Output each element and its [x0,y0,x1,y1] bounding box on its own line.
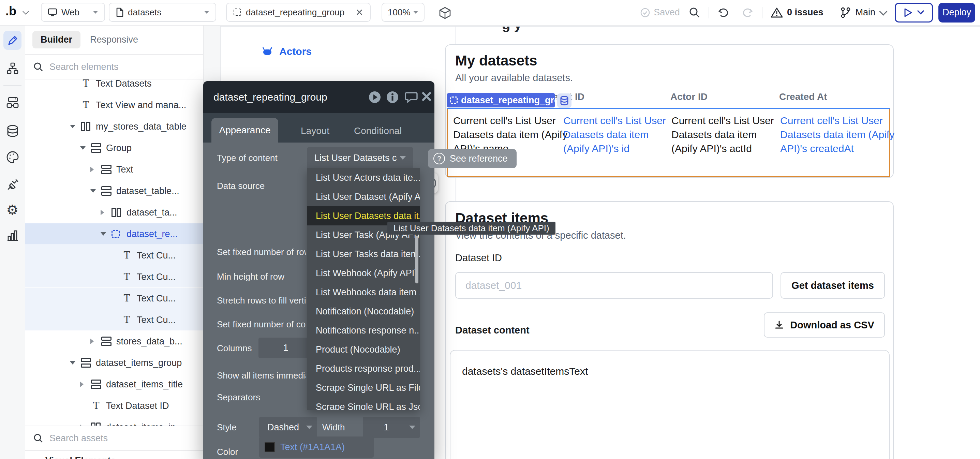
left-icon-rail: ⚙ [0,25,25,459]
dropdown-option[interactable]: Scrape Single URL as Jso... [307,397,420,410]
preview-play-icon[interactable] [368,91,381,104]
deploy-button[interactable]: Deploy [939,3,975,22]
table-cell[interactable]: Current cell's List User Datasets data i… [780,113,903,156]
settings-gear-icon[interactable]: ⚙ [0,203,25,217]
info-icon[interactable] [386,91,399,104]
tree-item[interactable]: Text [25,159,203,180]
logs-chart-icon[interactable] [0,229,25,242]
see-reference-button[interactable]: ? See reference [428,149,517,168]
caret-down-icon[interactable] [70,361,75,365]
close-icon[interactable] [421,91,434,104]
search-icon[interactable] [689,7,700,18]
table-cell[interactable]: Current cell's List User Datasets data i… [563,113,671,156]
tree-item[interactable]: stores_data_b... [25,331,203,352]
tree-item[interactable]: TText Cu... [25,309,203,330]
tab-responsive[interactable]: Responsive [90,34,138,45]
tree-item[interactable]: TText Dataset ID [25,395,203,416]
tree-item[interactable]: my_stores_data_table [25,116,203,137]
page-select[interactable]: datasets [109,3,216,22]
workflow-blocks-icon[interactable] [0,96,25,110]
tree-item[interactable]: dataset_items_title [25,374,203,395]
platform-select[interactable]: Web [41,3,105,22]
table-cell[interactable]: Current cell's List User Datasets data i… [671,113,775,156]
data-source-chip[interactable] [557,94,571,108]
text-icon: T [122,251,132,260]
dropdown-option[interactable]: List User Actors data ite... [307,168,420,187]
close-icon[interactable] [356,8,363,16]
table-header[interactable]: Actor ID [670,91,708,102]
caret-down-icon[interactable] [100,232,106,236]
visual-elements-section[interactable]: Visual Elements [25,450,203,459]
dropdown-option[interactable]: List User Tasks data item... [307,244,420,264]
get-dataset-items-button[interactable]: Get dataset items [781,272,885,299]
preview-button[interactable] [895,3,933,22]
dropdown-option[interactable]: Product (Nocodable) [307,340,420,359]
tab-builder[interactable]: Builder [32,31,81,48]
caret-down-icon[interactable] [70,125,75,128]
tab-appearance[interactable]: Appearance [212,118,278,143]
bubble-logo[interactable]: .b [5,4,16,18]
tree-item-label: dataset_table... [116,186,179,196]
search-assets-input[interactable] [49,433,173,444]
table-header[interactable]: Created At [779,91,827,102]
caret-right-icon[interactable] [91,339,94,344]
element-tab[interactable]: dataset_repeating_group [226,3,371,22]
issues-indicator[interactable]: 0 issues [771,7,824,18]
type-of-content-select[interactable]: List User Datasets c [307,147,413,169]
dropdown-option[interactable]: Notifications response n... [307,321,420,340]
separator-style-select[interactable]: Dashed [259,417,317,438]
tree-item[interactable]: TText Datasets [25,80,203,94]
dropdown-option[interactable]: Scrape Single URL as File ... [307,378,420,397]
caret-right-icon[interactable] [100,210,104,215]
dropdown-option[interactable]: List Webhooks data item ... [307,283,420,302]
download-csv-button[interactable]: Download as CSV [764,312,885,338]
comment-icon[interactable] [404,91,417,104]
plugins-plug-icon[interactable] [0,178,25,192]
dropdown-option[interactable]: Products response prod... [307,359,420,378]
repeating-group-icon [450,97,458,104]
package-cube-icon[interactable] [439,7,451,19]
caret-right-icon[interactable] [91,167,94,172]
logo-chevron-icon[interactable] [22,10,27,15]
tree-item[interactable]: TText Cu... [25,245,203,266]
tree-item[interactable]: dataset_items_in... [25,417,203,426]
undo-icon[interactable] [718,7,730,18]
search-elements-input[interactable] [49,61,173,73]
type-of-content-label: Type of content [217,153,306,163]
tree-item[interactable]: TText View and mana... [25,94,203,116]
sitemap-icon[interactable] [0,62,25,75]
tree-item[interactable]: TText Cu... [25,266,203,287]
dropdown-option[interactable]: Notification (Nocodable) [307,302,420,321]
dropdown-option[interactable]: List Webhook (Apify API) [307,264,420,283]
tree-item[interactable]: TText Cu... [25,288,203,309]
separator-width-select[interactable]: 1 [363,417,420,438]
data-database-icon[interactable] [0,124,25,139]
page-icon [116,8,124,17]
dataset-content-box[interactable]: datasets's datasetItemsText [450,350,889,459]
redo-icon[interactable] [741,7,754,18]
separator-color-field[interactable]: Text (#1A1A1A) [259,437,374,457]
actors-label: Actors [279,46,312,57]
caret-down-icon[interactable] [80,146,86,150]
chevron-down-icon [94,11,98,13]
canvas-actors-nav-item[interactable]: Actors [261,46,312,57]
tree-item[interactable]: dataset_items_group [25,352,203,373]
tree-item[interactable]: dataset_re... [25,223,203,244]
dropdown-scrollbar[interactable] [415,236,418,284]
styles-palette-icon[interactable] [0,150,25,164]
tree-item[interactable]: Group [25,137,203,159]
tree-item[interactable]: dataset_table... [25,180,203,202]
branch-select[interactable]: Main [840,7,885,18]
selection-badge[interactable]: dataset_repeating_group [447,93,555,107]
dropdown-option[interactable]: List User Dataset (Apify A... [307,187,420,206]
tab-conditional[interactable]: Conditional [354,126,402,136]
tab-layout[interactable]: Layout [301,126,329,136]
group-icon [101,186,111,196]
tree-item[interactable]: dataset_ta... [25,202,203,223]
design-pencil-icon[interactable] [0,34,25,47]
caret-down-icon[interactable] [91,189,96,193]
app-window: Actors g y My datasets All your availabl… [0,0,980,459]
zoom-select[interactable]: 100% [382,3,425,22]
caret-right-icon[interactable] [80,382,84,387]
dataset-id-input[interactable] [456,273,772,298]
